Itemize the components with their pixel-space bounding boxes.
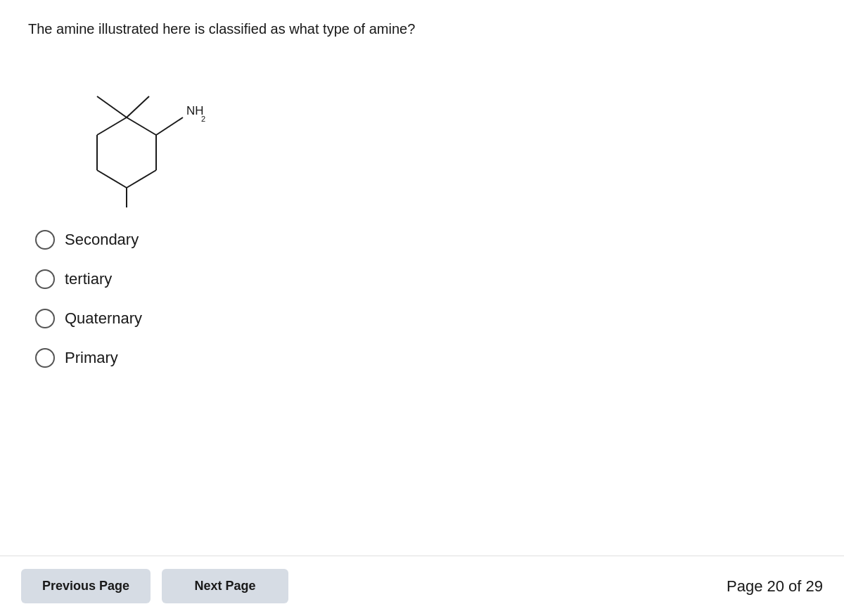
option-tertiary[interactable]: tertiary	[35, 269, 816, 289]
next-page-button[interactable]: Next Page	[162, 569, 288, 603]
question-text: The amine illustrated here is classified…	[28, 21, 816, 37]
radio-quaternary[interactable]	[35, 309, 55, 328]
svg-line-8	[127, 96, 149, 117]
svg-text:2: 2	[201, 115, 205, 123]
option-primary[interactable]: Primary	[35, 348, 816, 368]
prev-page-button[interactable]: Previous Page	[21, 569, 151, 603]
option-quaternary[interactable]: Quaternary	[35, 309, 816, 328]
radio-secondary[interactable]	[35, 230, 55, 250]
main-container: The amine illustrated here is classified…	[0, 0, 844, 616]
option-secondary[interactable]: Secondary	[35, 230, 816, 250]
radio-primary[interactable]	[35, 348, 55, 368]
radio-tertiary[interactable]	[35, 269, 55, 289]
svg-line-3	[97, 170, 127, 188]
label-primary: Primary	[65, 349, 118, 367]
svg-line-2	[127, 170, 156, 188]
answer-options: Secondary tertiary Quaternary Primary	[35, 230, 816, 368]
molecule-diagram: NH 2	[42, 54, 239, 209]
label-tertiary: tertiary	[65, 270, 112, 288]
page-indicator: Page 20 of 29	[727, 577, 823, 596]
svg-line-7	[97, 96, 127, 117]
svg-line-6	[156, 117, 183, 135]
label-secondary: Secondary	[65, 231, 139, 249]
svg-line-5	[97, 117, 127, 135]
bottom-bar: Previous Page Next Page Page 20 of 29	[0, 556, 844, 616]
label-quaternary: Quaternary	[65, 309, 142, 328]
molecule-container: NH 2	[42, 54, 816, 209]
svg-line-0	[127, 117, 156, 135]
